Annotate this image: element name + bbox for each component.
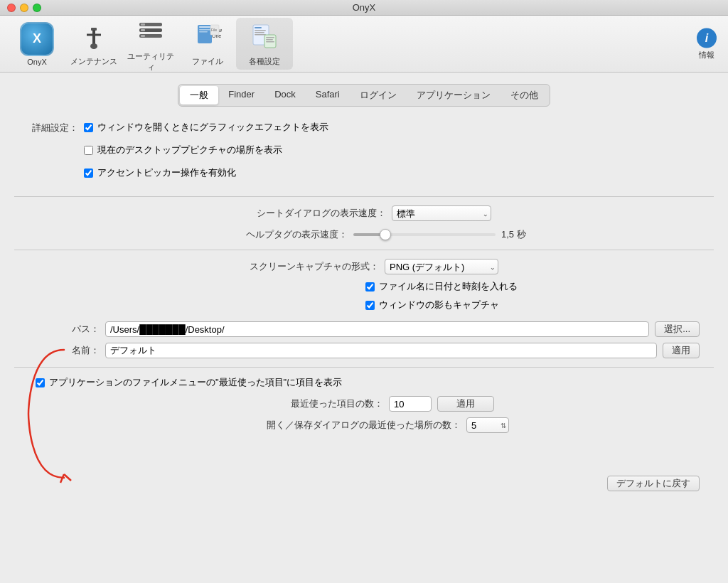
checkbox-accent-label: アクセントピッカー操作を有効化 xyxy=(97,166,236,179)
sheet-speed-select-wrapper: 標準 速い 遅い xyxy=(392,205,491,221)
wrench-icon xyxy=(77,21,111,55)
help-speed-label: ヘルプタグの表示速度： xyxy=(198,228,348,241)
divider-3 xyxy=(14,367,714,368)
file-icon: New One File xyxy=(191,21,225,55)
tab-other[interactable]: その他 xyxy=(500,86,548,105)
screenshot-format-label: スクリーンキャプチャの形式： xyxy=(230,260,379,273)
onyx-icon: X xyxy=(20,22,54,56)
checkbox-graphics-label: ウィンドウを開くときにグラフィックエフェクトを表示 xyxy=(97,121,328,134)
screenshot-checkboxes: ファイル名に日付と時刻を入れる ウィンドウの影もキャプチャ xyxy=(365,280,518,317)
svg-rect-13 xyxy=(199,29,210,31)
screenshot-format-select-wrapper: PNG (デフォルト) JPEG TIFF PDF BMP xyxy=(385,259,498,274)
screenshot-checkbox-row-2: ウィンドウの影もキャプチャ xyxy=(365,299,518,311)
recent-places-row: 開く／保存ダイアログの最近使った場所の数： 5 10 15 20 xyxy=(14,417,714,433)
toolbar-item-onyx[interactable]: X OnyX xyxy=(9,19,65,69)
toolbar-item-maintenance[interactable]: メンテナンス xyxy=(65,18,122,70)
toolbar: X OnyX メンテナンス xyxy=(0,16,728,73)
svg-rect-25 xyxy=(266,37,274,38)
recent-items-input[interactable] xyxy=(389,396,432,412)
toolbar-label-maintenance: メンテナンス xyxy=(70,56,117,67)
detail-checkboxes: ウィンドウを開くときにグラフィックエフェクトを表示 現在のデスクトッププピクチャ… xyxy=(84,121,328,185)
checkbox-shadow[interactable] xyxy=(365,301,375,310)
recent-checkbox-row: アプリケーションのファイルメニューの"最近使った項目"に項目を表示 xyxy=(14,376,714,389)
svg-rect-20 xyxy=(255,27,262,28)
toolbar-item-utility[interactable]: ユーティリティ xyxy=(122,13,179,75)
recent-checkbox-label: アプリケーションのファイルメニューの"最近使った項目"に項目を表示 xyxy=(49,376,342,389)
recent-items-apply-button[interactable]: 適用 xyxy=(437,396,494,412)
sheet-speed-select[interactable]: 標準 速い 遅い xyxy=(392,205,491,221)
titlebar: OnyX xyxy=(0,0,728,16)
checkbox-date-time-label: ファイル名に日付と時刻を入れる xyxy=(379,280,518,293)
toolbar-label-file: ファイル xyxy=(192,56,223,67)
close-button[interactable] xyxy=(7,4,16,12)
svg-rect-8 xyxy=(141,23,145,26)
main-content: 一般 Finder Dock Safari ログイン アプリケーション その他 … xyxy=(0,73,728,583)
toolbar-label-settings: 各種設定 xyxy=(249,56,280,67)
toolbar-label-onyx: OnyX xyxy=(27,58,47,66)
path-select-button[interactable]: 選択... xyxy=(655,321,700,337)
window-controls[interactable] xyxy=(7,4,41,12)
minimize-button[interactable] xyxy=(20,4,28,12)
detail-settings-section: 詳細設定： ウィンドウを開くときにグラフィックエフェクトを表示 現在のデスクトッ… xyxy=(14,121,714,185)
checkbox-recent-items[interactable] xyxy=(36,378,45,387)
checkbox-date-time[interactable] xyxy=(365,282,375,292)
window-title: OnyX xyxy=(353,2,376,13)
svg-rect-26 xyxy=(266,39,273,41)
svg-rect-9 xyxy=(141,29,145,31)
reset-row: デフォルトに戻す xyxy=(14,476,714,491)
svg-rect-27 xyxy=(266,41,274,43)
svg-rect-14 xyxy=(199,31,208,33)
tab-finder[interactable]: Finder xyxy=(218,86,264,105)
reset-button[interactable]: デフォルトに戻す xyxy=(607,476,700,491)
svg-rect-22 xyxy=(255,32,264,33)
tab-dock[interactable]: Dock xyxy=(264,86,306,105)
screenshot-format-select[interactable]: PNG (デフォルト) JPEG TIFF PDF BMP xyxy=(385,259,498,274)
recent-places-select[interactable]: 5 10 15 20 xyxy=(466,417,509,433)
checkbox-desktop-label: 現在のデスクトッププピクチャの場所を表示 xyxy=(97,144,282,156)
info-icon: i xyxy=(697,28,717,48)
toolbar-item-settings[interactable]: 各種設定 xyxy=(236,18,293,70)
checkbox-accent-picker[interactable] xyxy=(84,169,93,178)
divider-2 xyxy=(14,250,714,250)
checkbox-desktop-location[interactable] xyxy=(84,146,93,155)
tab-login[interactable]: ログイン xyxy=(350,86,407,105)
checkbox-row-1: ウィンドウを開くときにグラフィックエフェクトを表示 xyxy=(84,121,328,134)
maximize-button[interactable] xyxy=(33,4,41,12)
utility-icon xyxy=(134,16,168,50)
sheet-speed-label: シートダイアログの表示速度： xyxy=(237,207,386,220)
info-button[interactable]: i 情報 xyxy=(697,28,717,60)
path-row: パス： 選択... xyxy=(14,321,714,337)
sheet-speed-row: シートダイアログの表示速度： 標準 速い 遅い xyxy=(14,205,714,221)
info-label: 情報 xyxy=(697,49,717,60)
help-speed-value: 1,5 秒 xyxy=(501,228,530,241)
annotation-arrow xyxy=(21,343,78,485)
name-row: 名前： 適用 xyxy=(14,343,714,358)
recent-places-select-wrapper: 5 10 15 20 xyxy=(466,417,509,433)
toolbar-label-utility: ユーティリティ xyxy=(127,51,175,73)
name-input[interactable] xyxy=(105,343,657,358)
svg-rect-12 xyxy=(199,26,210,28)
help-speed-slider[interactable] xyxy=(353,233,496,236)
settings-icon xyxy=(247,21,282,55)
svg-rect-23 xyxy=(255,34,266,36)
tab-applications[interactable]: アプリケーション xyxy=(407,86,500,105)
detail-settings-label: 詳細設定： xyxy=(14,121,78,134)
svg-rect-10 xyxy=(141,35,145,37)
tab-general[interactable]: 一般 xyxy=(180,86,218,105)
recent-items-row: 最近使った項目の数： 適用 xyxy=(14,396,714,412)
name-apply-button[interactable]: 適用 xyxy=(663,343,700,358)
tabs-container: 一般 Finder Dock Safari ログイン アプリケーション その他 xyxy=(178,84,550,107)
screenshot-options: ファイル名に日付と時刻を入れる ウィンドウの影もキャプチャ xyxy=(14,280,714,317)
divider-1 xyxy=(14,196,714,197)
path-input[interactable] xyxy=(105,321,649,337)
svg-rect-21 xyxy=(255,30,266,31)
slider-container: 1,5 秒 xyxy=(353,228,530,241)
screenshot-checkbox-row-1: ファイル名に日付と時刻を入れる xyxy=(365,280,518,293)
path-label: パス： xyxy=(57,323,100,336)
checkbox-row-3: アクセントピッカー操作を有効化 xyxy=(84,166,328,179)
toolbar-item-file[interactable]: New One File ファイル xyxy=(179,18,236,70)
checkbox-graphics-effect[interactable] xyxy=(84,123,93,132)
help-speed-row: ヘルプタグの表示速度： 1,5 秒 xyxy=(14,228,714,241)
screenshot-format-row: スクリーンキャプチャの形式： PNG (デフォルト) JPEG TIFF PDF… xyxy=(14,259,714,274)
tab-safari[interactable]: Safari xyxy=(306,86,350,105)
